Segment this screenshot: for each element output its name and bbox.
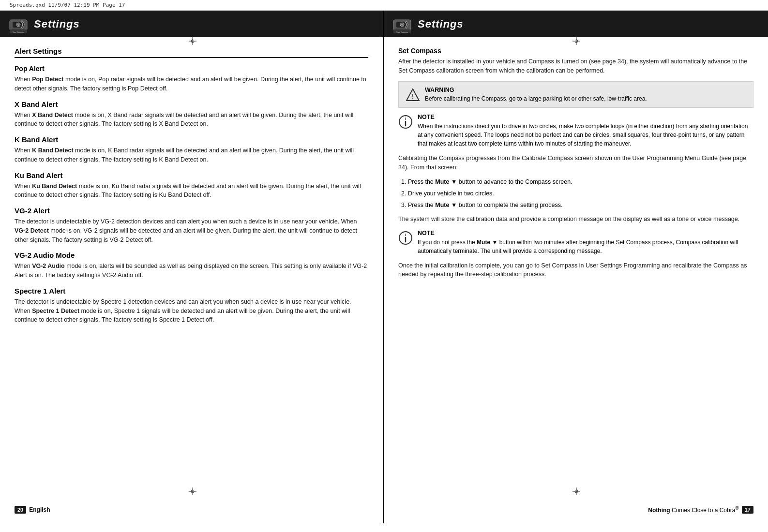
left-page: Your Detector Settings Alert Settings Po…: [0, 11, 384, 523]
left-page-footer: 20 English: [15, 506, 50, 514]
after-steps-text: The system will store the calibration da…: [398, 215, 753, 224]
pages-container: Your Detector Settings Alert Settings Po…: [0, 11, 768, 523]
pop-alert-text: When Pop Detect mode is on, Pop radar si…: [15, 75, 368, 93]
svg-text:i: i: [405, 232, 407, 237]
vg2-audio-title: VG-2 Audio Mode: [15, 251, 368, 259]
note2-title: NOTE: [418, 230, 753, 236]
reg-mark-top-left: [189, 37, 196, 46]
note1-text: When the instructions direct you to driv…: [418, 122, 753, 148]
x-band-alert-text: When X Band Detect mode is on, X Band ra…: [15, 111, 368, 129]
right-page-footer: Nothing Comes Close to a Cobra® 17: [648, 505, 753, 514]
note1-icon: i: [398, 115, 413, 129]
warning-content: WARNING Before calibrating the Compass, …: [425, 87, 746, 103]
svg-text:i: i: [405, 116, 407, 121]
final-text: Once the initial calibration is complete…: [398, 261, 753, 280]
note1-content: NOTE When the instructions direct you to…: [418, 114, 753, 148]
alert-settings-title: Alert Settings: [15, 47, 368, 58]
right-detector-svg: Your Detector: [392, 15, 412, 33]
file-info-text: Spreads.qxd 11/9/07 12:19 PM Page 17: [10, 2, 125, 8]
x-band-alert-title: X Band Alert: [15, 100, 368, 108]
warning-text: Before calibrating the Compass, go to a …: [425, 95, 746, 103]
note2-icon: i: [398, 231, 413, 245]
right-settings-title: Settings: [418, 18, 464, 30]
left-footer-label: English: [29, 506, 50, 513]
step-1: Press the Mute ▼ button to advance to th…: [408, 177, 753, 187]
svg-point-16: [401, 24, 403, 26]
left-settings-title: Settings: [34, 18, 80, 30]
note2-content: NOTE If you do not press the Mute ▼ butt…: [418, 230, 753, 255]
ku-band-alert-title: Ku Band Alert: [15, 171, 368, 179]
left-settings-header: Your Detector Settings: [0, 11, 383, 37]
right-page-number: 17: [742, 506, 753, 514]
reg-mark-bottom-left: [189, 488, 196, 497]
right-settings-header: Your Detector Settings: [384, 11, 768, 37]
left-page-number: 20: [15, 506, 26, 514]
reg-mark-bottom-right: [572, 488, 580, 497]
k-band-alert-title: K Band Alert: [15, 135, 368, 144]
ku-band-alert-text: When Ku Band Detect mode is on, Ku Band …: [15, 182, 368, 200]
step-2: Drive your vehicle in two circles.: [408, 189, 753, 198]
right-page: Your Detector Settings Set Compass After…: [384, 11, 768, 523]
svg-text:!: !: [412, 92, 414, 100]
steps-list: Press the Mute ▼ button to advance to th…: [408, 177, 753, 210]
spectre1-alert-title: Spectre 1 Alert: [15, 287, 368, 295]
left-page-content: Alert Settings Pop Alert When Pop Detect…: [0, 47, 383, 325]
k-band-alert-text: When K Band Detect mode is on, K Band ra…: [15, 146, 368, 164]
set-compass-title: Set Compass: [398, 47, 753, 55]
pop-alert-title: Pop Alert: [15, 65, 368, 73]
svg-point-3: [17, 24, 19, 26]
reg-mark-top-right: [572, 37, 580, 46]
note2-text: If you do not press the Mute ▼ button wi…: [418, 238, 753, 255]
left-detector-icon: Your Detector: [7, 15, 29, 34]
svg-text:Your Detector: Your Detector: [396, 31, 408, 33]
vg2-alert-text: The detector is undetectable by VG-2 det…: [15, 217, 368, 244]
calibrating-text: Calibrating the Compass progresses from …: [398, 154, 753, 172]
note1-title: NOTE: [418, 114, 753, 120]
top-bar: Spreads.qxd 11/9/07 12:19 PM Page 17: [0, 0, 768, 11]
right-detector-icon: Your Detector: [391, 15, 413, 34]
spectre1-alert-text: The detector is undetectable by Spectre …: [15, 297, 368, 325]
warning-title: WARNING: [425, 87, 746, 93]
warning-triangle-icon: !: [406, 88, 420, 102]
vg2-alert-title: VG-2 Alert: [15, 207, 368, 215]
svg-text:Your Detector: Your Detector: [12, 31, 24, 33]
note2-box: i NOTE If you do not press the Mute ▼ bu…: [398, 230, 753, 255]
detector-svg: Your Detector: [9, 15, 28, 33]
vg2-audio-text: When VG-2 Audio mode is on, alerts will …: [15, 262, 368, 280]
right-footer-brand: Nothing Comes Close to a Cobra®: [648, 505, 738, 514]
note1-box: i NOTE When the instructions direct you …: [398, 114, 753, 148]
right-page-content: Set Compass After the detector is instal…: [384, 47, 768, 279]
set-compass-intro: After the detector is installed in your …: [398, 57, 753, 75]
warning-box: ! WARNING Before calibrating the Compass…: [398, 81, 753, 108]
step-3: Press the Mute ▼ button to complete the …: [408, 200, 753, 210]
